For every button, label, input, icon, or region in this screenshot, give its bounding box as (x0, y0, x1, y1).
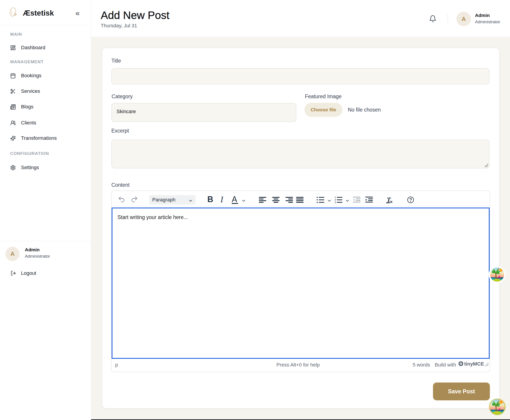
svg-text:1: 1 (335, 197, 336, 198)
svg-text:2: 2 (335, 199, 336, 201)
svg-text:3: 3 (335, 201, 336, 203)
